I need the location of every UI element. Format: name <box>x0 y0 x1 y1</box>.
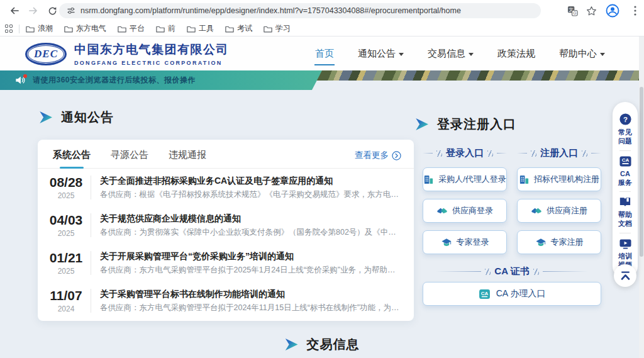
nav-item-notices[interactable]: 通知公告 <box>358 48 404 60</box>
nav-item-help-center[interactable]: 帮助中心 <box>559 48 605 60</box>
expert-login-button[interactable]: 专家登录 <box>423 230 507 254</box>
bookmark-label: 平台 <box>130 23 145 34</box>
ca-badge-icon: CA <box>619 155 632 167</box>
forward-arrow-icon <box>28 6 38 16</box>
notice-list-item[interactable]: 01/21 2025 关于开展采购管理平台“竞价采购业务”培训的通知 各供应商：… <box>38 244 414 282</box>
expert-register-button[interactable]: 专家注册 <box>517 230 601 254</box>
decor-line <box>591 153 601 154</box>
notice-date-md: 11/07 <box>47 288 86 303</box>
decor-line <box>436 271 481 272</box>
notice-date-year: 2025 <box>47 267 86 276</box>
bookmark-folder-kaoshi[interactable]: 考试 <box>225 23 252 34</box>
notice-row-divider <box>91 176 91 199</box>
notice-title[interactable]: 关于开展采购管理平台“竞价采购业务”培训的通知 <box>100 251 402 262</box>
decor-line <box>423 153 433 154</box>
sidebar-item-label: 帮助文档 <box>618 210 632 228</box>
notice-desc: 各供应商：东方电气采购管理平台拟于2024年11月15日上线“标书在线制作”功能… <box>100 303 402 313</box>
notices-section-header: 通知公告 <box>39 109 114 126</box>
page-scrollbar-track[interactable] <box>639 36 644 358</box>
supplier-register-button[interactable]: 供应商注册 <box>517 199 601 223</box>
button-label: 专家登录 <box>457 237 489 248</box>
notice-list-item[interactable]: 04/03 2025 关于规范供应商企业规模信息的通知 各供应商：为贯彻落实《保… <box>38 206 414 244</box>
button-label: 供应商注册 <box>547 205 587 216</box>
notice-title[interactable]: 关于全面推进非招标采购业务CA认证及电子签章应用的通知 <box>100 176 402 187</box>
trade-section-title: 交易信息 <box>307 336 360 353</box>
bookmark-folder-qian[interactable]: 前 <box>156 23 175 34</box>
company-logo[interactable]: DEC 中国东方电气集团有限公司 DONGFANG ELECTRIC CORPO… <box>25 42 229 66</box>
notice-desc: 各供应商：根据《电子招标投标系统技术规范》《电子采购交易规范》要求，东方电气采购… <box>100 189 402 200</box>
decor-slashes <box>487 150 493 157</box>
nav-item-policies[interactable]: 政策法规 <box>497 48 535 60</box>
bookmark-folder-pingtai[interactable]: 平台 <box>118 23 145 34</box>
browser-profile-avatar[interactable] <box>605 3 620 18</box>
nav-item-home[interactable]: 首页 <box>315 48 334 60</box>
section-arrow-icon <box>39 111 52 123</box>
sidebar-item-label: 常见问题 <box>618 128 632 146</box>
bookmark-label: 考试 <box>237 23 252 34</box>
back-to-top-icon <box>620 271 631 280</box>
browser-back-button[interactable] <box>8 4 21 18</box>
purchaser-agent-login-button[interactable]: 采购人/代理人登录 <box>423 167 507 191</box>
bookmark-folder-langchao[interactable]: 浪潮 <box>26 23 53 34</box>
bookmark-star-icon[interactable] <box>584 3 599 18</box>
notice-date-year: 2024 <box>47 305 86 313</box>
label-line1: 常见 <box>618 128 632 136</box>
kebab-dots-icon <box>634 6 636 16</box>
ca-button-label: CA 办理入口 <box>496 288 546 299</box>
announcement-banner[interactable]: 请使用360安全浏览器进行后续投标、报价操作 <box>0 70 322 90</box>
page-scrollbar-thumb[interactable] <box>640 87 643 257</box>
sidebar-item-help-docs[interactable]: 帮助文档 <box>618 192 632 233</box>
notice-date-year: 2025 <box>47 191 86 200</box>
ca-certificate-icon: CA <box>479 288 491 300</box>
star-outline-icon <box>586 6 597 16</box>
sidebar-item-faq[interactable]: ? 常见问题 <box>618 108 632 150</box>
notice-list-item[interactable]: 08/28 2025 关于全面推进非招标采购业务CA认证及电子签章应用的通知 各… <box>38 169 414 206</box>
circle-chevron-right-icon <box>392 151 401 160</box>
apps-grid-icon[interactable] <box>5 25 14 33</box>
tab-sourcing-notices[interactable]: 寻源公告 <box>111 149 148 161</box>
notice-title[interactable]: 关于规范供应商企业规模信息的通知 <box>100 213 402 225</box>
notice-date: 04/03 2025 <box>47 213 86 237</box>
caret-down-icon <box>469 53 474 56</box>
view-more-label: 查看更多 <box>355 150 389 161</box>
tab-violation-reports[interactable]: 违规通报 <box>169 149 206 161</box>
folder-icon <box>64 25 73 33</box>
tab-active-underline <box>60 167 84 169</box>
bookmark-folder-xuexi[interactable]: 学习 <box>264 23 291 34</box>
nav-item-trade-info[interactable]: 交易信息 <box>428 48 474 60</box>
nav-label: 帮助中心 <box>559 48 597 60</box>
notice-title[interactable]: 关于采购管理平台标书在线制作功能培训的通知 <box>100 289 402 300</box>
book-icon <box>619 196 632 208</box>
bookmark-folder-gongju[interactable]: 工具 <box>187 23 214 34</box>
supplier-login-button[interactable]: 供应商登录 <box>423 199 507 223</box>
bidding-agency-register-button[interactable]: 招标代理机构注册 <box>517 167 601 191</box>
address-bar[interactable]: nsrm.dongfang.com/platform/runtime/epp/d… <box>59 3 541 18</box>
site-settings-icon[interactable] <box>67 6 75 15</box>
tab-system-notices[interactable]: 系统公告 <box>53 149 91 161</box>
browser-reload-button[interactable] <box>45 4 59 18</box>
login-register-grid: 采购人/代理人登录 招标代理机构注册 供应商登录 供应商注册 专家登录 专家注册 <box>423 167 601 254</box>
browser-forward-button[interactable] <box>26 4 40 18</box>
company-name-cn: 中国东方电气集团有限公司 <box>74 42 229 58</box>
login-group-label: 登录入口 <box>446 147 484 159</box>
notice-list-item[interactable]: 11/07 2024 关于采购管理平台标书在线制作功能培训的通知 各供应商：东方… <box>38 282 414 320</box>
folder-icon <box>26 25 35 33</box>
folder-icon <box>118 25 126 33</box>
bookmark-folder-dongfang[interactable]: 东方电气 <box>64 23 106 34</box>
graduation-cap-icon <box>441 237 452 248</box>
ca-apply-button[interactable]: CA CA 办理入口 <box>423 282 601 306</box>
decor-line <box>497 153 507 154</box>
notice-row-divider <box>91 289 91 313</box>
sidebar-item-ca-service[interactable]: CA CA服务 <box>618 151 632 192</box>
notice-date: 08/28 2025 <box>47 175 86 199</box>
notice-row-divider <box>91 251 91 275</box>
ca-glyph: CA <box>621 157 629 163</box>
browser-menu-kebab-icon[interactable] <box>628 3 643 18</box>
label-line1: 培训 <box>618 252 632 260</box>
translate-icon[interactable]: 文G <box>565 3 580 18</box>
label-line2: 服务 <box>618 179 632 186</box>
view-more-link[interactable]: 查看更多 <box>355 150 401 161</box>
bookmark-label: 浪潮 <box>38 23 53 34</box>
login-group-header: 登录入口 <box>423 147 507 159</box>
back-to-top-button[interactable] <box>614 264 636 287</box>
